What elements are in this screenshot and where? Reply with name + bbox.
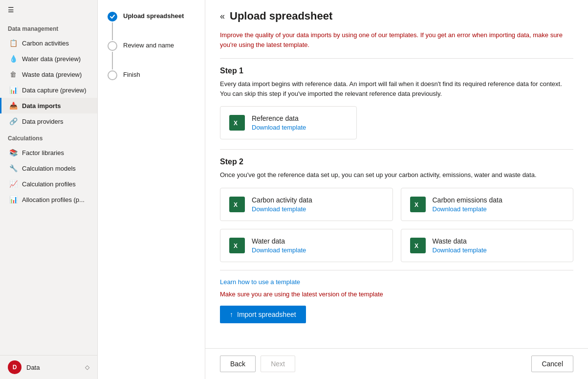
stepper-panel: Upload spreadsheet Review and name Finis… [98,0,205,379]
waste-card-text: Waste data Download template [433,237,487,254]
step1-description: Every data import begins with reference … [220,79,573,98]
sidebar-section-data-management: Data management 📋 Carbon activities 💧 Wa… [0,20,97,129]
water-data-card[interactable]: X Water data Download template [220,229,393,262]
sidebar-section-calculations: Calculations 📚 Factor libraries 🔧 Calcul… [0,129,97,207]
water-download-link[interactable]: Download template [252,246,306,254]
import-spreadsheet-button[interactable]: ↑ Import spreadsheet [220,306,306,323]
import-btn-label: Import spreadsheet [237,311,296,318]
step-finish: Finish [108,70,195,80]
user-label: Data [26,364,80,371]
waste-data-card[interactable]: X Waste data Download template [401,229,574,262]
hamburger-icon: ☰ [8,6,14,14]
sidebar-item-data-providers[interactable]: 🔗 Data providers [0,113,97,129]
data-capture-icon: 📊 [9,86,17,94]
step-finish-circle [108,70,117,80]
sidebar-item-label: Water data (preview) [22,55,81,63]
step2-heading: Step 2 [220,157,573,166]
sidebar-item-factor-libraries[interactable]: 📚 Factor libraries [0,145,97,160]
step-line-2 [112,52,113,69]
carbon-emissions-title: Carbon emissions data [433,196,502,204]
sidebar-item-label: Calculation models [22,165,76,172]
step2-description: Once you've got the reference data set u… [220,170,573,180]
carbon-activity-download-link[interactable]: Download template [252,205,312,213]
step-finish-label: Finish [123,70,140,78]
data-providers-icon: 🔗 [9,117,17,125]
learn-link[interactable]: Learn how to use a template [220,278,573,286]
step1-heading: Step 1 [220,67,573,75]
section-label-calculations: Calculations [0,129,97,145]
water-data-excel-icon: X [229,238,245,253]
waste-download-link[interactable]: Download template [433,246,487,254]
waste-title: Waste data [433,237,487,245]
user-profile[interactable]: D Data ◇ [0,355,97,379]
sidebar-item-label: Data imports [22,102,61,110]
step-finish-indicator [108,70,117,80]
step-upload-label: Upload spreadsheet [123,12,184,20]
reference-data-excel-icon: X [229,115,245,131]
data-imports-icon: 📥 [9,102,17,110]
sidebar-item-label: Factor libraries [22,149,64,156]
divider-1 [220,58,573,59]
sidebar-item-allocation-profiles[interactable]: 📊 Allocation profiles (p... [0,192,97,207]
sidebar-item-calculation-models[interactable]: 🔧 Calculation models [0,160,97,176]
hamburger-menu[interactable]: ☰ [0,0,97,20]
sidebar-item-label: Carbon activities [22,40,69,47]
cancel-button[interactable]: Cancel [531,356,573,372]
sidebar-item-label: Allocation profiles (p... [22,196,85,203]
sidebar-item-water-data[interactable]: 💧 Water data (preview) [0,51,97,67]
reference-data-download-link[interactable]: Download template [252,124,306,131]
page-title: Upload spreadsheet [230,10,332,22]
sidebar-item-label: Calculation profiles [22,180,76,188]
waste-data-excel-icon: X [410,238,426,253]
step2-section: Step 2 Once you've got the reference dat… [220,157,573,262]
step-upload: Upload spreadsheet [108,12,195,41]
page-header: « Upload spreadsheet [220,10,573,22]
sidebar-item-calculation-profiles[interactable]: 📈 Calculation profiles [0,176,97,192]
calculation-profiles-icon: 📈 [9,180,17,188]
section-label-data-management: Data management [0,20,97,35]
carbon-activity-title: Carbon activity data [252,196,312,204]
sidebar-item-data-imports[interactable]: 📥 Data imports [0,98,97,113]
sidebar: ☰ Data management 📋 Carbon activities 💧 … [0,0,98,379]
carbon-emissions-download-link[interactable]: Download template [433,205,502,213]
step1-cards: X Reference data Download template [220,106,573,139]
svg-text:X: X [234,243,238,249]
carbon-activity-excel-icon: X [229,197,245,212]
reference-data-card[interactable]: X Reference data Download template [220,106,357,139]
step-review-label: Review and name [123,41,174,49]
step-upload-circle [108,12,117,22]
carbon-emissions-card-text: Carbon emissions data Download template [433,196,502,213]
warning-text: Make sure you are using the latest versi… [220,290,573,298]
avatar: D [8,360,22,374]
waste-data-icon: 🗑 [9,70,17,78]
carbon-activity-card[interactable]: X Carbon activity data Download template [220,188,393,221]
water-data-icon: 💧 [9,55,17,63]
main-content: « Upload spreadsheet Improve the quality… [205,0,588,379]
info-banner: Improve the quality of your data imports… [220,30,573,49]
next-button[interactable]: Next [261,356,295,372]
step-review: Review and name [108,41,195,70]
back-button[interactable]: Back [220,356,256,372]
water-card-text: Water data Download template [252,237,306,254]
step1-section: Step 1 Every data import begins with ref… [220,67,573,139]
step2-cards: X Carbon activity data Download template… [220,188,573,262]
footer: Back Next Cancel [205,348,588,379]
main-scroll-area: « Upload spreadsheet Improve the quality… [205,0,588,348]
back-arrow-icon[interactable]: « [220,11,225,22]
carbon-emissions-excel-icon: X [410,197,426,212]
step-upload-indicator [108,12,117,41]
allocation-profiles-icon: 📊 [9,196,17,203]
carbon-activity-card-text: Carbon activity data Download template [252,196,312,213]
reference-data-card-text: Reference data Download template [252,114,306,131]
step-line-1 [112,22,113,40]
sidebar-item-label: Data providers [22,118,64,125]
step-review-indicator [108,41,117,70]
svg-text:X: X [234,201,238,208]
carbon-activities-icon: 📋 [9,39,17,47]
sidebar-item-carbon-activities[interactable]: 📋 Carbon activities [0,35,97,51]
sidebar-item-waste-data[interactable]: 🗑 Waste data (preview) [0,67,97,82]
import-upload-icon: ↑ [230,311,233,318]
calculation-models-icon: 🔧 [9,164,17,172]
carbon-emissions-card[interactable]: X Carbon emissions data Download templat… [401,188,574,221]
sidebar-item-data-capture[interactable]: 📊 Data capture (preview) [0,82,97,98]
